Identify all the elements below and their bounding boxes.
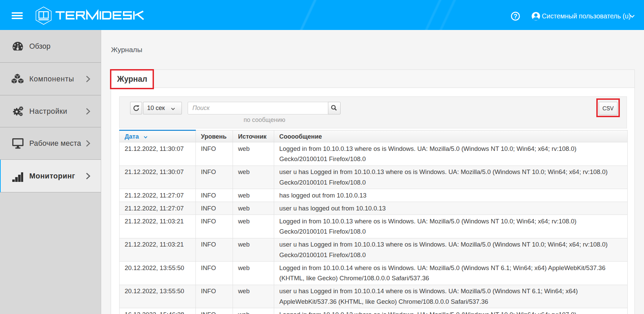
svg-text:?: ?	[514, 13, 517, 20]
